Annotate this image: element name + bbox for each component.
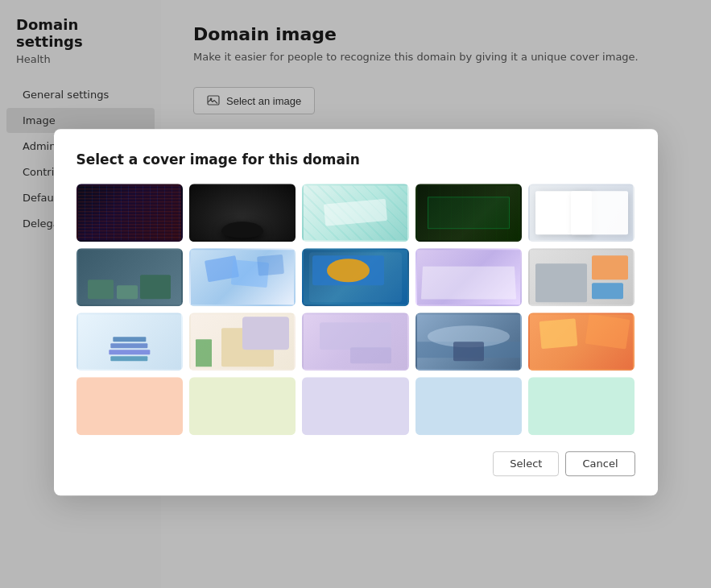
image-option-15[interactable] bbox=[528, 313, 635, 371]
image-option-12[interactable] bbox=[189, 313, 296, 371]
image-option-8[interactable] bbox=[302, 248, 408, 306]
image-option-14[interactable] bbox=[415, 313, 522, 371]
image-option-1[interactable] bbox=[76, 184, 183, 242]
color-option-light-blue[interactable] bbox=[415, 377, 522, 435]
image-option-7[interactable] bbox=[189, 248, 296, 306]
image-option-10[interactable] bbox=[528, 248, 635, 306]
image-option-6[interactable] bbox=[76, 248, 183, 306]
image-grid bbox=[76, 184, 635, 435]
cancel-button[interactable]: Cancel bbox=[565, 451, 635, 476]
image-option-5[interactable] bbox=[528, 184, 635, 242]
color-option-peach[interactable] bbox=[76, 377, 183, 435]
image-option-11[interactable] bbox=[76, 313, 183, 371]
image-option-3[interactable] bbox=[302, 184, 408, 242]
image-option-9[interactable] bbox=[415, 248, 522, 306]
image-option-13[interactable] bbox=[302, 313, 408, 371]
image-picker-modal: Select a cover image for this domain bbox=[54, 129, 658, 495]
color-option-lavender[interactable] bbox=[302, 377, 408, 435]
color-option-light-green[interactable] bbox=[189, 377, 296, 435]
image-option-4[interactable] bbox=[415, 184, 522, 242]
select-button[interactable]: Select bbox=[493, 451, 559, 476]
modal-title: Select a cover image for this domain bbox=[76, 151, 635, 168]
image-option-2[interactable] bbox=[189, 184, 296, 242]
color-option-mint[interactable] bbox=[528, 377, 635, 435]
modal-footer: Select Cancel bbox=[76, 451, 635, 476]
